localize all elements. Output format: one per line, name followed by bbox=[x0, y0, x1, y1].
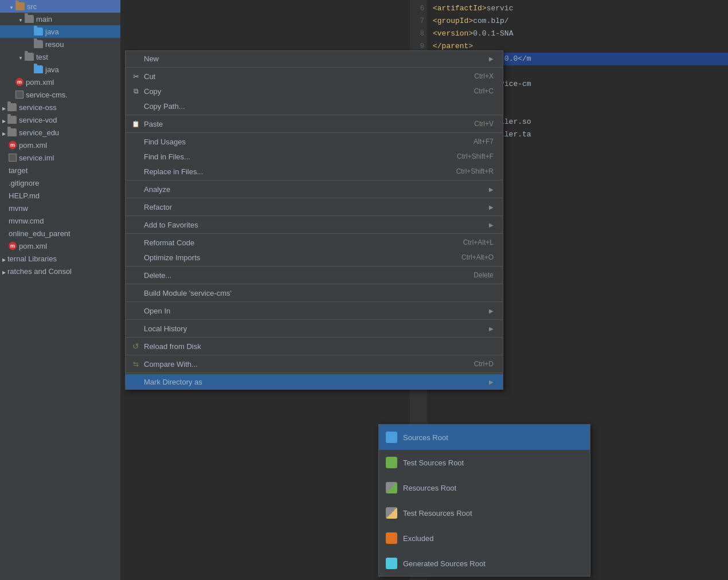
tree-item-help[interactable]: HELP.md bbox=[0, 189, 120, 202]
menu-item-reformat[interactable]: Reformat Code Ctrl+Alt+L bbox=[126, 235, 503, 250]
folder-icon-java2 bbox=[34, 65, 43, 73]
menu-label-new: New bbox=[144, 54, 159, 63]
submenu-item-test-resources-root[interactable]: Test Resources Root bbox=[379, 500, 590, 526]
folder-closed-icon-oss bbox=[2, 103, 7, 112]
sep12 bbox=[126, 337, 503, 338]
tree-label-online-edu: online_edu_parent bbox=[9, 229, 71, 238]
menu-item-optimize[interactable]: Optimize Imports Ctrl+Alt+O bbox=[126, 250, 503, 265]
menu-label-find-usages: Find Usages bbox=[144, 138, 186, 146]
generated-sources-icon bbox=[386, 558, 397, 569]
menu-item-new[interactable]: New ▶ bbox=[126, 51, 503, 66]
submenu-item-excluded[interactable]: Excluded bbox=[379, 526, 590, 551]
tree-item-mvnw[interactable]: mvnw bbox=[0, 202, 120, 214]
menu-label-open-in: Open In bbox=[144, 307, 170, 315]
menu-item-cut[interactable]: Cut Ctrl+X bbox=[126, 69, 503, 84]
menu-item-copy[interactable]: Copy Ctrl+C bbox=[126, 84, 503, 99]
tree-item-gitignore[interactable]: .gitignore bbox=[0, 177, 120, 189]
tree-item-online-edu[interactable]: online_edu_parent bbox=[0, 227, 120, 240]
menu-item-open-in[interactable]: Open In ▶ bbox=[126, 303, 503, 318]
tree-item-scratches[interactable]: ratches and Consol bbox=[0, 265, 120, 277]
folder-open-icon-main bbox=[18, 15, 25, 23]
menu-label-paste: Paste bbox=[144, 120, 163, 128]
menu-label-reload: Reload from Disk bbox=[144, 342, 201, 351]
menu-label-find-files: Find in Files... bbox=[144, 152, 190, 161]
folder-icon-java-blue bbox=[34, 28, 43, 36]
folder-open-icon-test bbox=[18, 53, 25, 61]
tree-label-gitignore: .gitignore bbox=[9, 179, 39, 187]
menu-item-analyze[interactable]: Analyze ▶ bbox=[126, 182, 503, 197]
folder-icon-vod bbox=[7, 116, 17, 124]
tree-label-pom3: pom.xml bbox=[19, 242, 47, 250]
tree-item-pom3[interactable]: m pom.xml bbox=[0, 240, 120, 252]
menu-item-find-usages[interactable]: Find Usages Alt+F7 bbox=[126, 134, 503, 149]
folder-closed-scratches bbox=[2, 267, 7, 276]
menu-label-optimize: Optimize Imports bbox=[144, 253, 200, 262]
sep10 bbox=[126, 301, 503, 302]
optimize-icon bbox=[131, 253, 140, 262]
tree-item-java2[interactable]: java bbox=[0, 63, 120, 76]
tree-item-pom[interactable]: m pom.xml bbox=[0, 76, 120, 88]
tree-label-service-edu: service_edu bbox=[19, 128, 59, 137]
menu-item-reload[interactable]: Reload from Disk bbox=[126, 339, 503, 354]
sep14 bbox=[126, 373, 503, 373]
tree-item-test[interactable]: test bbox=[0, 50, 120, 63]
replace-files-icon bbox=[131, 167, 140, 176]
find-files-icon bbox=[131, 152, 140, 161]
menu-label-build-module: Build Module 'service-cms' bbox=[144, 289, 232, 297]
copy-icon bbox=[131, 87, 140, 96]
new-icon bbox=[131, 54, 140, 63]
maven-icon-pom2: m bbox=[9, 141, 17, 149]
menu-item-delete[interactable]: Delete... Delete bbox=[126, 268, 503, 283]
code-line-7: <groupId>com.blp/ bbox=[433, 15, 728, 28]
test-sources-root-icon bbox=[386, 457, 397, 468]
submenu-label-test-resources-root: Test Resources Root bbox=[403, 509, 472, 518]
copy-path-icon bbox=[131, 101, 140, 111]
tree-item-ext-libs[interactable]: ternal Libraries bbox=[0, 252, 120, 265]
menu-item-build-module[interactable]: Build Module 'service-cms' bbox=[126, 285, 503, 300]
menu-label-add-favorites: Add to Favorites bbox=[144, 221, 198, 229]
menu-item-mark-dir[interactable]: Mark Directory as ▶ bbox=[126, 374, 503, 389]
tree-item-service-edu[interactable]: service_edu bbox=[0, 126, 120, 139]
code-line-6: <artifactId>servic bbox=[433, 2, 728, 15]
menu-label-mark-dir: Mark Directory as bbox=[144, 378, 202, 386]
cut-icon bbox=[131, 72, 140, 81]
submenu-item-test-sources-root[interactable]: Test Sources Root bbox=[379, 450, 590, 475]
service-icon-iml bbox=[9, 154, 17, 162]
tree-item-target[interactable]: target bbox=[0, 164, 120, 177]
tree-item-service-vod[interactable]: service-vod bbox=[0, 113, 120, 126]
new-arrow: ▶ bbox=[489, 56, 494, 62]
tree-item-service-oss[interactable]: service-oss bbox=[0, 101, 120, 113]
menu-item-replace-files[interactable]: Replace in Files... Ctrl+Shift+R bbox=[126, 164, 503, 179]
tree-item-pom2[interactable]: m pom.xml bbox=[0, 139, 120, 151]
submenu-item-generated-sources[interactable]: Generated Sources Root bbox=[379, 551, 590, 576]
menu-label-replace-files: Replace in Files... bbox=[144, 167, 203, 176]
compare-icon bbox=[131, 359, 140, 369]
file-tree: src main java resou test java m pom.xml bbox=[0, 0, 120, 580]
tree-item-java[interactable]: java bbox=[0, 25, 120, 38]
menu-item-compare[interactable]: Compare With... Ctrl+D bbox=[126, 356, 503, 371]
sep4 bbox=[126, 180, 503, 181]
tree-item-service-iml[interactable]: service.iml bbox=[0, 151, 120, 164]
folder-icon-oss bbox=[7, 103, 17, 111]
menu-item-find-files[interactable]: Find in Files... Ctrl+Shift+F bbox=[126, 149, 503, 164]
refactor-arrow: ▶ bbox=[489, 204, 494, 210]
local-history-icon bbox=[131, 324, 140, 333]
menu-item-refactor[interactable]: Refactor ▶ bbox=[126, 199, 503, 214]
resources-root-icon bbox=[386, 482, 397, 493]
submenu-label-generated-sources: Generated Sources Root bbox=[403, 559, 486, 568]
menu-item-add-favorites[interactable]: Add to Favorites ▶ bbox=[126, 217, 503, 232]
tree-item-src[interactable]: src bbox=[0, 0, 120, 13]
tree-item-mvnw-cmd[interactable]: mvnw.cmd bbox=[0, 214, 120, 227]
tree-label-pom2: pom.xml bbox=[19, 141, 47, 150]
menu-item-paste[interactable]: Paste Ctrl+V bbox=[126, 116, 503, 131]
tree-item-main[interactable]: main bbox=[0, 13, 120, 25]
menu-item-copy-path[interactable]: Copy Path... bbox=[126, 99, 503, 113]
menu-item-local-history[interactable]: Local History ▶ bbox=[126, 321, 503, 336]
submenu-item-sources-root[interactable]: Sources Root bbox=[379, 425, 590, 450]
tree-item-resou[interactable]: resou bbox=[0, 38, 120, 50]
tree-item-service-cms[interactable]: service-cms. bbox=[0, 88, 120, 101]
submenu-item-resources-root[interactable]: Resources Root bbox=[379, 475, 590, 500]
menu-label-refactor: Refactor bbox=[144, 203, 172, 211]
maven-icon-pom3: m bbox=[9, 242, 17, 250]
tree-label-service-vod: service-vod bbox=[19, 116, 57, 124]
